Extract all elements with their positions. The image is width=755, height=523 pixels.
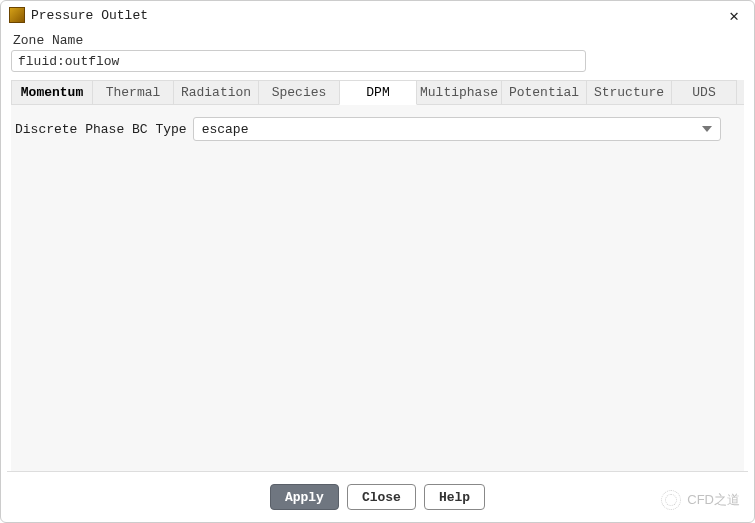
discrete-phase-bc-value: escape	[202, 122, 702, 137]
tab-multiphase[interactable]: Multiphase	[416, 80, 502, 104]
discrete-phase-bc-row: Discrete Phase BC Type escape	[15, 117, 734, 141]
tab-potential[interactable]: Potential	[501, 80, 587, 104]
pressure-outlet-dialog: Pressure Outlet ✕ Zone Name Momentum The…	[0, 0, 755, 523]
content-area: Zone Name Momentum Thermal Radiation Spe…	[1, 29, 754, 471]
close-icon[interactable]: ✕	[724, 6, 744, 25]
zone-name-label: Zone Name	[13, 33, 744, 48]
tab-momentum[interactable]: Momentum	[11, 80, 93, 104]
discrete-phase-bc-dropdown[interactable]: escape	[193, 117, 721, 141]
window-title: Pressure Outlet	[31, 8, 724, 23]
tab-radiation[interactable]: Radiation	[173, 80, 259, 104]
zone-name-input[interactable]	[11, 50, 586, 72]
tab-dpm[interactable]: DPM	[339, 80, 417, 105]
tab-uds[interactable]: UDS	[671, 80, 737, 104]
app-icon	[9, 7, 25, 23]
watermark-text: CFD之道	[687, 491, 740, 509]
close-button[interactable]: Close	[347, 484, 416, 510]
discrete-phase-bc-label: Discrete Phase BC Type	[15, 122, 187, 137]
footer: Apply Close Help CFD之道	[1, 472, 754, 522]
tab-species[interactable]: Species	[258, 80, 340, 104]
chevron-down-icon	[702, 126, 712, 132]
tab-panel-dpm: Discrete Phase BC Type escape	[11, 105, 744, 471]
titlebar: Pressure Outlet ✕	[1, 1, 754, 29]
help-button[interactable]: Help	[424, 484, 485, 510]
apply-button[interactable]: Apply	[270, 484, 339, 510]
tab-thermal[interactable]: Thermal	[92, 80, 174, 104]
watermark: CFD之道	[661, 490, 740, 510]
tabs-bar: Momentum Thermal Radiation Species DPM M…	[11, 80, 744, 105]
watermark-icon	[661, 490, 681, 510]
tab-structure[interactable]: Structure	[586, 80, 672, 104]
